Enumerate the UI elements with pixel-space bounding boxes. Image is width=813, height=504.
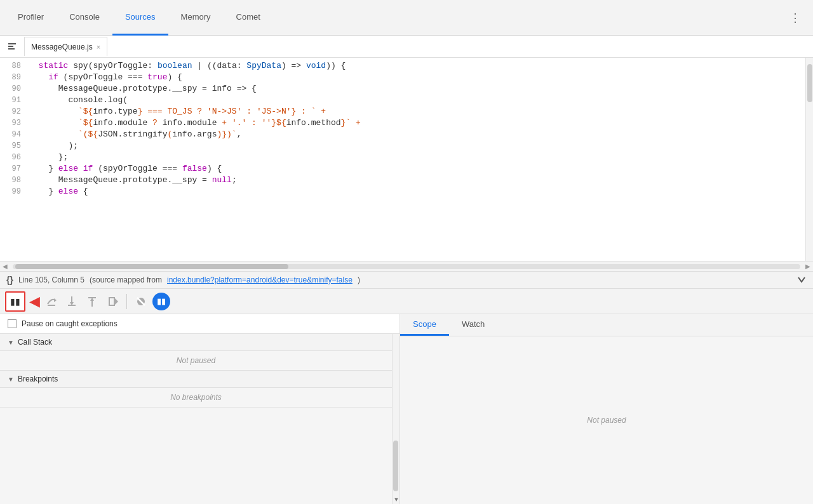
svg-rect-2 xyxy=(8,48,15,50)
watch-tab[interactable]: Watch xyxy=(449,314,497,336)
tab-sources[interactable]: Sources xyxy=(112,0,168,36)
chevron-down-icon xyxy=(796,274,807,284)
left-panel-scrollbar[interactable]: ▼ xyxy=(392,334,400,504)
step-into-button[interactable] xyxy=(63,293,81,310)
source-mapped-suffix: ) xyxy=(358,275,360,284)
file-tab-messagequeuejs[interactable]: MessageQueue.js × xyxy=(24,37,107,56)
line-content-92: `${info.type} === TO_JS ? 'N->JS' : 'JS-… xyxy=(29,106,326,117)
line-number-99: 99 xyxy=(0,186,29,197)
code-line-90: 90 MessageQueue.prototype.__spy = info =… xyxy=(0,83,805,95)
call-stack-header[interactable]: ▼ Call Stack xyxy=(0,334,392,351)
cursor-position: Line 105, Column 5 xyxy=(18,275,84,284)
breakpoints-section: ▼ Breakpoints No breakpoints xyxy=(0,371,392,408)
line-content-89: if (spyOrToggle === true) { xyxy=(29,72,182,83)
line-number-94: 94 xyxy=(0,129,29,140)
tab-comet[interactable]: Comet xyxy=(224,0,273,36)
deactivate-breakpoints-button[interactable] xyxy=(132,293,150,310)
breakpoints-header[interactable]: ▼ Breakpoints xyxy=(0,371,392,388)
line-content-94: `(${JSON.stringify(info.args)})`, xyxy=(29,129,242,140)
continue-button[interactable] xyxy=(104,293,121,310)
step-out-button[interactable] xyxy=(83,293,101,310)
tab-console[interactable]: Console xyxy=(57,0,112,36)
step-over-button[interactable] xyxy=(43,293,60,310)
pause-button[interactable]: ▮▮ xyxy=(5,291,25,312)
call-stack-arrow: ▼ xyxy=(8,339,14,346)
pause-exceptions-checkbox[interactable] xyxy=(8,319,17,328)
file-navigator-toggle[interactable] xyxy=(3,37,22,56)
code-vertical-scrollbar[interactable] xyxy=(805,58,813,261)
left-panel-scroll: ▼ Call Stack Not paused ▼ Breakpoints xyxy=(0,334,400,504)
horizontal-scroll-track[interactable] xyxy=(13,264,800,269)
call-stack-content: Not paused xyxy=(0,351,392,370)
line-content-99: } else { xyxy=(29,186,88,197)
code-area: 88 static spy(spyOrToggle: boolean | ((d… xyxy=(0,58,813,261)
source-mapped-prefix: (source mapped from xyxy=(90,275,162,284)
line-number-89: 89 xyxy=(0,72,29,83)
line-content-95: ); xyxy=(29,140,78,152)
code-line-92: 92 `${info.type} === TO_JS ? 'N->JS' : '… xyxy=(0,106,805,117)
pause-exceptions-section: Pause on caught exceptions xyxy=(0,314,400,334)
async-stacktraces-button[interactable]: ▮▮ xyxy=(152,293,170,310)
line-number-95: 95 xyxy=(0,140,29,152)
continue-icon xyxy=(106,295,119,308)
file-tab-close[interactable]: × xyxy=(97,43,100,51)
left-scrollbar-down-arrow[interactable]: ▼ xyxy=(393,495,400,504)
line-content-91: console.log( xyxy=(29,95,128,106)
file-tab-name: MessageQueue.js xyxy=(31,43,93,51)
code-line-97: 97 } else if (spyOrToggle === false) { xyxy=(0,163,805,175)
scroll-left-arrow[interactable]: ◀ xyxy=(0,262,10,272)
deactivate-icon xyxy=(135,295,147,308)
horizontal-scroll-thumb[interactable] xyxy=(15,264,288,269)
code-line-99: 99 } else { xyxy=(0,186,805,197)
code-line-93: 93 `${info.module ? info.module + '.' : … xyxy=(0,117,805,129)
source-mapped-link[interactable]: index.bundle?platform=android&dev=true&m… xyxy=(167,275,353,284)
left-scrollbar-thumb[interactable] xyxy=(393,441,398,491)
scroll-right-arrow[interactable]: ▶ xyxy=(803,262,813,272)
breakpoints-content: No breakpoints xyxy=(0,388,392,407)
code-editor[interactable]: 88 static spy(spyOrToggle: boolean | ((d… xyxy=(0,58,805,261)
code-line-89: 89 if (spyOrToggle === true) { xyxy=(0,72,805,83)
code-line-94: 94 `(${JSON.stringify(info.args)})`, xyxy=(0,129,805,140)
scope-tab[interactable]: Scope xyxy=(400,314,449,336)
left-panel-inner: ▼ Call Stack Not paused ▼ Breakpoints xyxy=(0,334,392,504)
line-content-93: `${info.module ? info.module + '.' : ''}… xyxy=(29,117,361,129)
vertical-scrollbar-thumb[interactable] xyxy=(807,64,812,102)
svg-marker-11 xyxy=(109,298,114,305)
status-arrow-button[interactable] xyxy=(796,274,807,286)
tab-memory[interactable]: Memory xyxy=(168,0,224,36)
right-panel: Scope Watch Not paused xyxy=(400,314,813,504)
line-number-88: 88 xyxy=(0,60,29,72)
line-number-98: 98 xyxy=(0,175,29,186)
toolbar-separator xyxy=(126,294,127,309)
navigator-icon xyxy=(7,41,17,51)
step-out-icon xyxy=(86,295,98,308)
line-content-97: } else if (spyOrToggle === false) { xyxy=(29,163,222,175)
svg-marker-12 xyxy=(114,298,118,305)
breakpoints-label: Breakpoints xyxy=(18,375,58,383)
more-tabs-button[interactable]: ⋮ xyxy=(783,0,808,36)
call-stack-label: Call Stack xyxy=(18,338,52,347)
debugger-toolbar: ▮▮ ◀ xyxy=(0,289,813,314)
pretty-print-button[interactable]: {} xyxy=(6,275,13,285)
main-area: MessageQueue.js × 88 static spy(spyOrTog… xyxy=(0,36,813,504)
scope-tabs: Scope Watch xyxy=(400,314,813,336)
code-line-88: 88 static spy(spyOrToggle: boolean | ((d… xyxy=(0,60,805,72)
code-line-95: 95 ); xyxy=(0,140,805,152)
async-pause-icon: ▮▮ xyxy=(157,296,166,306)
line-content-96: }; xyxy=(29,152,68,163)
call-stack-section: ▼ Call Stack Not paused xyxy=(0,334,392,371)
call-stack-empty: Not paused xyxy=(177,356,215,365)
line-content-98: MessageQueue.prototype.__spy = null; xyxy=(29,175,237,186)
tab-profiler[interactable]: Profiler xyxy=(5,0,57,36)
step-into-icon xyxy=(65,295,78,308)
red-arrow-indicator: ◀ xyxy=(29,293,40,310)
file-tab-row: MessageQueue.js × xyxy=(0,36,813,58)
line-content-88: static spy(spyOrToggle: boolean | ((data… xyxy=(29,60,346,72)
line-number-92: 92 xyxy=(0,106,29,117)
step-over-icon xyxy=(45,295,58,308)
not-paused-label: Not paused xyxy=(587,416,626,425)
pause-icon: ▮▮ xyxy=(10,296,20,307)
breakpoints-arrow: ▼ xyxy=(8,376,14,383)
top-tab-bar: Profiler Console Sources Memory Comet ⋮ xyxy=(0,0,813,36)
svg-rect-1 xyxy=(8,46,13,47)
